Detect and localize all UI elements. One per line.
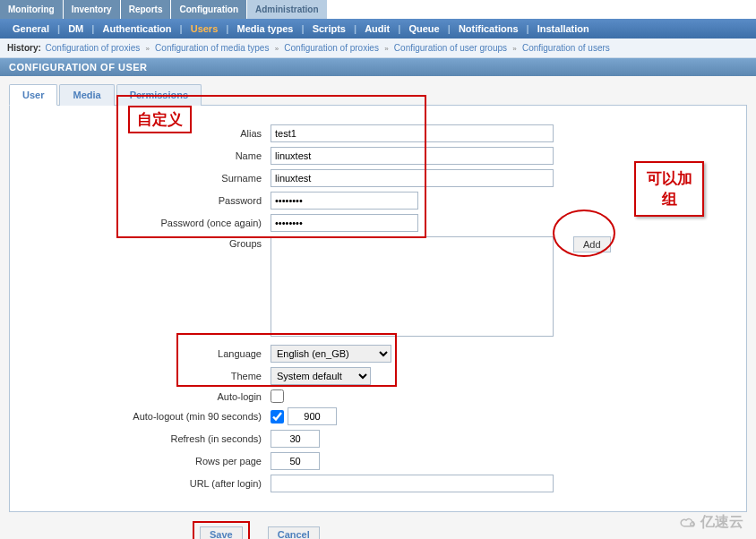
nav-secondary-notifications[interactable]: Notifications	[453, 23, 524, 34]
nav-secondary-audit[interactable]: Audit	[359, 23, 395, 34]
annotation-add-group-label: 可以加组	[634, 161, 704, 217]
nav-primary-monitoring[interactable]: Monitoring	[0, 0, 64, 19]
name-label: Name	[24, 150, 271, 161]
save-button[interactable]: Save	[200, 526, 243, 539]
primary-nav: MonitoringInventoryReportsConfigurationA…	[0, 0, 756, 19]
password-label: Password	[24, 195, 271, 206]
alias-input[interactable]	[271, 124, 554, 142]
cancel-button[interactable]: Cancel	[268, 526, 320, 539]
autologout-checkbox[interactable]	[271, 410, 284, 424]
nav-secondary-scripts[interactable]: Scripts	[307, 23, 351, 34]
language-label: Language	[24, 348, 271, 359]
nav-primary-configuration[interactable]: Configuration	[171, 0, 247, 19]
url-input[interactable]	[271, 475, 554, 492]
surname-label: Surname	[24, 173, 271, 184]
history-link[interactable]: Configuration of users	[520, 43, 612, 53]
rows-label: Rows per page	[24, 456, 271, 466]
history-link[interactable]: Configuration of user groups	[392, 43, 509, 53]
nav-secondary-queue[interactable]: Queue	[403, 23, 444, 34]
nav-secondary-dm[interactable]: DM	[63, 23, 89, 34]
nav-secondary-media-types[interactable]: Media types	[231, 23, 298, 34]
name-input[interactable]	[271, 147, 554, 165]
history-link[interactable]: Configuration of proxies	[282, 43, 381, 53]
cloud-icon	[679, 516, 699, 530]
refresh-input[interactable]	[271, 430, 320, 448]
password2-input[interactable]	[271, 214, 418, 232]
nav-secondary-users[interactable]: Users	[185, 23, 224, 34]
add-group-button[interactable]: Add	[573, 236, 611, 252]
theme-select[interactable]: System default	[271, 367, 371, 385]
language-select[interactable]: English (en_GB)	[271, 345, 391, 363]
autologout-label: Auto-logout (min 90 seconds)	[24, 411, 271, 422]
nav-secondary-authentication[interactable]: Authentication	[97, 23, 176, 34]
history-bar: History: Configuration of proxies » Conf…	[0, 38, 756, 58]
autologin-label: Auto-login	[24, 391, 271, 402]
secondary-nav: General | DM | Authentication | Users | …	[0, 19, 756, 38]
groups-label: Groups	[24, 236, 271, 249]
tab-user[interactable]: User	[9, 84, 57, 106]
nav-primary-inventory[interactable]: Inventory	[64, 0, 121, 19]
nav-secondary-installation[interactable]: Installation	[532, 23, 595, 34]
tab-permissions[interactable]: Permissions	[116, 84, 202, 106]
svg-point-0	[691, 522, 694, 526]
autologout-input[interactable]	[288, 407, 337, 425]
password2-label: Password (once again)	[24, 218, 271, 228]
nav-primary-reports[interactable]: Reports	[121, 0, 172, 19]
annotation-save-highlight: Save	[193, 521, 250, 539]
autologin-checkbox[interactable]	[271, 389, 284, 403]
history-link[interactable]: Configuration of proxies	[44, 43, 142, 53]
surname-input[interactable]	[271, 169, 554, 187]
nav-secondary-general[interactable]: General	[7, 23, 55, 34]
groups-listbox[interactable]	[271, 236, 554, 337]
refresh-label: Refresh (in seconds)	[24, 433, 271, 444]
history-label: History:	[7, 43, 41, 53]
nav-primary-administration[interactable]: Administration	[247, 0, 328, 19]
footer-logo: 亿速云	[679, 513, 743, 532]
page-title: CONFIGURATION OF USER	[0, 58, 756, 76]
annotation-custom-label: 自定义	[128, 106, 192, 133]
password-input[interactable]	[271, 192, 418, 210]
theme-label: Theme	[24, 371, 271, 381]
config-tabs: UserMediaPermissions	[9, 83, 747, 106]
tab-media[interactable]: Media	[59, 84, 114, 106]
history-link[interactable]: Configuration of media types	[153, 43, 271, 53]
rows-input[interactable]	[271, 452, 320, 470]
url-label: URL (after login)	[24, 478, 271, 489]
